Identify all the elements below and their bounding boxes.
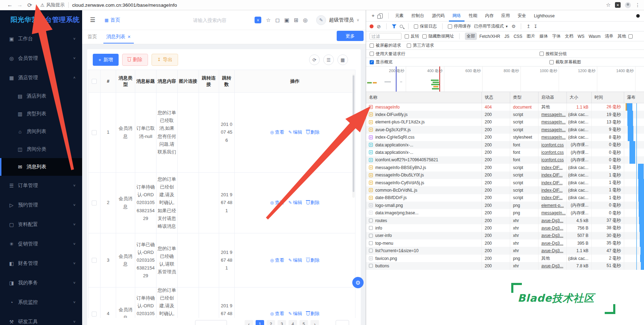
more-filter-checkbox[interactable] [628, 34, 633, 39]
inspect-element-icon[interactable]: ⌖ [370, 13, 377, 19]
page-button[interactable]: 1 [256, 320, 264, 325]
hide-data-urls-checkbox[interactable]: 隐藏数据网址 [422, 33, 454, 39]
network-request-row[interactable]: index-CgHeSqRl.css 200 stylesheet messag… [366, 134, 644, 141]
devtools-tab[interactable]: 网络 [449, 10, 465, 22]
view-action[interactable]: ◎查看 [270, 128, 284, 136]
resource-type-filter[interactable]: 媒体 [537, 33, 549, 40]
resource-type-filter[interactable]: Fetch/XHR [478, 33, 502, 40]
request-initiator[interactable]: iconfont.css [538, 149, 567, 156]
tab-message-list[interactable]: 消息列表 ✕ [106, 30, 131, 43]
request-initiator[interactable]: messageIn... [538, 126, 567, 133]
edit-action[interactable]: ✎编辑 [288, 310, 302, 318]
group-by-frame-checkbox[interactable]: 按框架分组 [540, 51, 567, 57]
network-request-row[interactable]: info 200 xhr avue-Dg3... 756 B 38 毫秒 [366, 224, 644, 232]
delete-action[interactable]: 删除 [307, 199, 320, 207]
request-initiator[interactable]: avue-Dg3... [538, 262, 567, 269]
col-name[interactable]: 名称 [366, 92, 482, 103]
sidebar-item[interactable]: ▥ 房型列表 [0, 105, 82, 123]
delete-action[interactable]: 删除 [307, 128, 320, 136]
col-type[interactable]: 类型 [510, 92, 538, 103]
request-initiator[interactable]: avue-Dg3... [538, 232, 567, 239]
record-icon[interactable] [370, 24, 374, 28]
devtools-menu-icon[interactable] [636, 14, 640, 18]
invert-checkbox[interactable]: 反转 [405, 33, 419, 39]
row-checkbox[interactable] [92, 312, 97, 317]
devtools-tab[interactable]: 应用 [498, 10, 513, 22]
resource-type-filter[interactable]: CSS [512, 33, 524, 40]
capture-screenshots-checkbox[interactable]: 截取屏幕截图 [549, 59, 581, 65]
devtools-tab[interactable]: 元素 [392, 10, 407, 22]
request-initiator[interactable]: index-DlF... [538, 172, 567, 179]
resource-type-filter[interactable]: Wasm [587, 33, 603, 40]
add-button[interactable]: +新增 [93, 54, 119, 66]
resource-type-filter[interactable]: 清单 [603, 33, 615, 40]
edit-action[interactable]: ✎编辑 [288, 199, 302, 207]
settings-fab[interactable]: ⚙ [352, 277, 364, 288]
fullscreen-icon[interactable]: ⊞ [294, 17, 298, 23]
clear-icon[interactable]: ⊘ [377, 24, 381, 29]
request-initiator[interactable]: messageIn... [538, 118, 567, 126]
view-action[interactable]: ◎查看 [270, 199, 284, 207]
filter-input[interactable] [370, 33, 401, 40]
row-checkbox[interactable] [92, 130, 97, 135]
delete-action[interactable]: 删除 [307, 310, 320, 318]
preserve-log-checkbox[interactable]: 保留日志 [414, 23, 437, 29]
third-party-checkbox[interactable]: 第三方请求 [407, 42, 434, 48]
network-request-row[interactable]: user-info 200 xhr avue-Dg3... 507 B 30 毫… [366, 232, 644, 239]
throttling-select[interactable]: 已停用节流模式▼ [474, 23, 508, 29]
sidebar-item[interactable]: ✉ 消息列表 [0, 158, 82, 176]
col-initiator[interactable]: 启动器 [538, 92, 567, 103]
sidebar-item[interactable]: ▤ 酒店列表 [0, 87, 82, 105]
extension-icon[interactable]: ✕ [615, 2, 621, 8]
page-button[interactable]: 3 [278, 320, 286, 325]
request-initiator[interactable]: index-DlF... [538, 179, 567, 186]
sidebar-item[interactable]: ▷ 预约管理 ∨ [0, 195, 82, 215]
sidebar-item[interactable]: ▦ 酒店管理 ∧ [0, 68, 82, 87]
request-initiator[interactable]: iconfont.css [538, 156, 567, 164]
network-request-row[interactable]: messageInfo-Cy6VdA5j.js 200 script index… [366, 179, 644, 186]
export-button[interactable]: ↧导出 [152, 54, 178, 66]
import-har-icon[interactable]: ↥ [526, 24, 530, 29]
row-checkbox[interactable] [92, 258, 97, 263]
reload-icon[interactable]: ⟳ [25, 2, 35, 8]
page-jump-input[interactable] [336, 320, 349, 325]
network-request-row[interactable]: favicon.png 200 png 其他 (disk cac... 2 毫秒 [366, 255, 644, 262]
request-initiator[interactable]: 其他 [538, 103, 567, 111]
resource-type-filter[interactable]: 图片 [525, 33, 537, 40]
resource-type-filter[interactable]: 全部 [465, 33, 477, 40]
refresh-button[interactable]: ⟳ [309, 54, 320, 65]
devtools-tab[interactable]: 控制台 [408, 10, 428, 22]
forward-icon[interactable]: → [15, 2, 25, 8]
col-size[interactable]: 大小 [567, 92, 592, 103]
network-request-row[interactable]: messageInfo-BBSEyBhJ.js 200 script index… [366, 164, 644, 171]
devtools-tab[interactable]: 安全 [514, 10, 530, 22]
bookmark-star-icon[interactable]: ☆ [606, 2, 611, 8]
page-button[interactable]: › [310, 320, 319, 325]
col-status[interactable]: 状态 [482, 92, 510, 103]
network-request-row[interactable]: buttons 200 xhr avue-Dg3... 7.8 kB 51 毫秒 [366, 262, 644, 269]
more-button[interactable]: 更多 [337, 31, 364, 41]
sidebar-item[interactable]: ◫ 房间分类 [0, 140, 82, 158]
devtools-tab[interactable]: Lighthouse [530, 10, 558, 22]
network-request-row[interactable]: messageInfo 404 document 其他 1.1 kB 26 毫秒 [366, 103, 644, 111]
browser-menu-icon[interactable]: ⋮ [635, 2, 640, 8]
view-action[interactable]: ◎查看 [270, 256, 284, 264]
devtools-tab[interactable]: 源代码 [428, 10, 448, 22]
page-button[interactable]: 5 [300, 320, 308, 325]
edit-action[interactable]: ✎编辑 [288, 128, 302, 136]
search-input[interactable] [193, 18, 250, 23]
disable-cache-checkbox[interactable]: 停用缓存 [448, 23, 471, 29]
network-request-row[interactable]: messageInfo-Dbu5LY0f.js 200 script index… [366, 172, 644, 179]
grid-view-button[interactable]: ▦ [337, 54, 348, 65]
request-initiator[interactable]: 其他 [538, 255, 567, 262]
tab-home[interactable]: 首页 [87, 30, 97, 43]
resource-type-filter[interactable]: 文档 [563, 33, 575, 40]
network-overview-timeline[interactable]: 200 毫秒 400 毫秒 600 毫秒 800 毫秒 1000 毫秒 1200… [366, 66, 644, 92]
edit-action[interactable]: ✎编辑 [288, 256, 302, 264]
request-initiator[interactable]: avue-Dg3... [538, 217, 567, 224]
lock-screen-icon[interactable]: ◻ [275, 17, 280, 23]
sidebar-item[interactable]: ◎ 会员管理 ∨ [0, 48, 82, 68]
devtools-tab[interactable]: 性能 [465, 10, 481, 22]
row-checkbox[interactable] [92, 201, 97, 205]
sidebar-item[interactable]: ⌂ 房间列表 [0, 123, 82, 140]
